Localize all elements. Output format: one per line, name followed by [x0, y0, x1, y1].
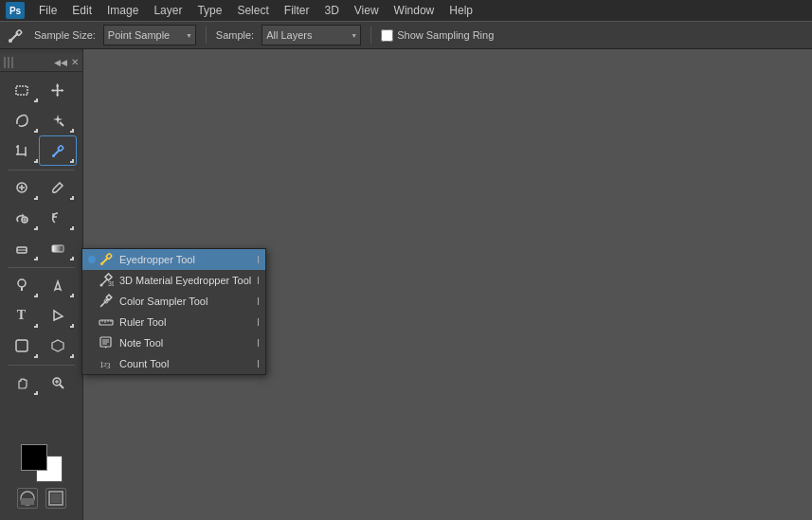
dropdown-color-sampler-label: Color Sampler Tool [119, 296, 253, 307]
menu-image[interactable]: Image [100, 2, 145, 19]
svg-line-22 [60, 385, 63, 388]
tool-dropdown-menu: Eyedropper Tool I 3D 3D Material Eyedrop… [81, 248, 266, 375]
color-area [17, 444, 66, 516]
dropdown-item-3d-eyedropper[interactable]: 3D 3D Material Eyedropper Tool I [82, 270, 265, 291]
svg-rect-26 [21, 498, 34, 505]
quick-mask-icon[interactable] [17, 488, 38, 509]
tool-row-10 [4, 368, 80, 397]
tool-row-4 [4, 173, 80, 202]
tool-lasso[interactable] [4, 106, 40, 134]
tool-corner [34, 99, 38, 102]
svg-line-5 [60, 122, 63, 126]
svg-point-8 [52, 154, 55, 157]
menu-bar: Ps File Edit Image Layer Type Select Fil… [0, 0, 812, 21]
show-sampling-ring-label[interactable]: Show Sampling Ring [381, 29, 494, 42]
tool-separator-2 [9, 267, 75, 268]
dropdown-3d-eyedropper-icon: 3D [98, 272, 115, 289]
tool-separator-3 [9, 365, 75, 366]
tool-hand[interactable] [4, 368, 40, 397]
tool-corner [70, 159, 74, 163]
menu-filter[interactable]: Filter [278, 2, 316, 19]
svg-point-18 [18, 279, 26, 287]
menu-help[interactable]: Help [442, 2, 479, 19]
toolbar-collapse-btn[interactable]: ◀◀ [54, 58, 67, 67]
dropdown-item-note[interactable]: Note Tool I [82, 332, 265, 353]
tool-magic-wand[interactable] [40, 106, 76, 134]
menu-3d[interactable]: 3D [317, 2, 345, 19]
tool-brush[interactable] [40, 173, 76, 202]
dropdown-note-shortcut: I [257, 337, 260, 349]
sample-size-select[interactable]: Point Sample 3 by 3 Average 5 by 5 Avera… [103, 25, 196, 45]
tool-corner [70, 196, 74, 200]
dropdown-count-label: Count Tool [119, 358, 253, 369]
sample-size-label: Sample Size: [34, 29, 96, 41]
dropdown-eyedropper-label: Eyedropper Tool [119, 254, 253, 265]
tool-marquee-rect[interactable] [4, 76, 40, 104]
tool-corner [34, 294, 38, 297]
tool-corner [70, 354, 74, 358]
dropdown-eyedropper-shortcut: I [257, 254, 260, 265]
tool-corner [34, 196, 38, 200]
menu-view[interactable]: View [348, 2, 386, 19]
grip-line-1 [4, 57, 6, 68]
tool-move[interactable] [40, 76, 76, 104]
screen-mode-icon[interactable] [45, 488, 66, 509]
tool-zoom[interactable] [40, 368, 76, 397]
options-bar: Sample Size: Point Sample 3 by 3 Average… [0, 21, 812, 49]
dropdown-3d-eyedropper-label: 3D Material Eyedropper Tool [119, 275, 253, 286]
tool-history-brush[interactable] [40, 204, 76, 232]
menu-type[interactable]: Type [190, 2, 228, 19]
show-sampling-ring-text: Show Sampling Ring [397, 29, 494, 41]
menu-window[interactable]: Window [388, 2, 442, 19]
tool-eyedropper[interactable] [40, 136, 76, 165]
main-area: ◀◀ ✕ [0, 49, 812, 520]
tool-crop[interactable] [4, 136, 40, 165]
svg-rect-28 [51, 493, 61, 503]
tool-gradient[interactable] [40, 234, 76, 262]
tool-corner [34, 354, 38, 358]
menu-edit[interactable]: Edit [65, 2, 99, 19]
show-sampling-ring-checkbox[interactable] [381, 29, 393, 42]
tool-shape[interactable] [4, 332, 40, 360]
dropdown-count-shortcut: I [257, 358, 260, 369]
menu-select[interactable]: Select [230, 2, 275, 19]
dropdown-item-eyedropper[interactable]: Eyedropper Tool I [82, 249, 265, 270]
sample-select[interactable]: All Layers Current Layer Current & Below [262, 25, 361, 45]
dropdown-item-ruler[interactable]: Ruler Tool I [82, 312, 265, 332]
grip-line-3 [11, 57, 13, 68]
tool-dodge[interactable] [4, 271, 40, 299]
tool-eraser[interactable] [4, 234, 40, 262]
menu-file[interactable]: File [32, 2, 63, 19]
menu-layer[interactable]: Layer [147, 2, 189, 19]
svg-rect-17 [52, 245, 63, 252]
tool-clone-stamp[interactable] [4, 204, 40, 232]
tool-3d[interactable] [40, 332, 76, 360]
svg-rect-7 [57, 145, 63, 151]
dropdown-item-count[interactable]: 1 2 3 Count Tool I [82, 353, 265, 374]
dropdown-item-color-sampler[interactable]: Color Sampler Tool I [82, 291, 265, 312]
tool-heal[interactable] [4, 173, 40, 202]
color-swatches[interactable] [21, 444, 63, 482]
tool-text[interactable]: T [4, 301, 40, 330]
tool-corner [70, 324, 74, 328]
dropdown-ruler-shortcut: I [257, 316, 260, 328]
toolbar-close-btn[interactable]: ✕ [71, 57, 79, 67]
dropdown-ruler-icon [98, 314, 115, 331]
dropdown-note-icon [98, 334, 115, 351]
tool-pen[interactable] [40, 271, 76, 299]
tool-corner [70, 257, 74, 260]
toolbar: ◀◀ ✕ [0, 49, 83, 520]
tool-path-select[interactable] [40, 301, 76, 330]
tool-corner [34, 324, 38, 328]
sample-label: Sample: [216, 29, 254, 41]
ps-logo-image: Ps [6, 2, 25, 19]
foreground-color-swatch[interactable] [21, 444, 47, 471]
dropdown-eyedropper-icon [98, 251, 115, 268]
svg-rect-1 [16, 29, 22, 35]
dropdown-note-label: Note Tool [119, 337, 253, 349]
dropdown-3d-eyedropper-shortcut: I [257, 275, 260, 286]
svg-text:3: 3 [106, 361, 111, 370]
svg-rect-3 [16, 86, 27, 95]
toolbar-grip [4, 57, 13, 68]
tool-row-9 [4, 332, 80, 360]
